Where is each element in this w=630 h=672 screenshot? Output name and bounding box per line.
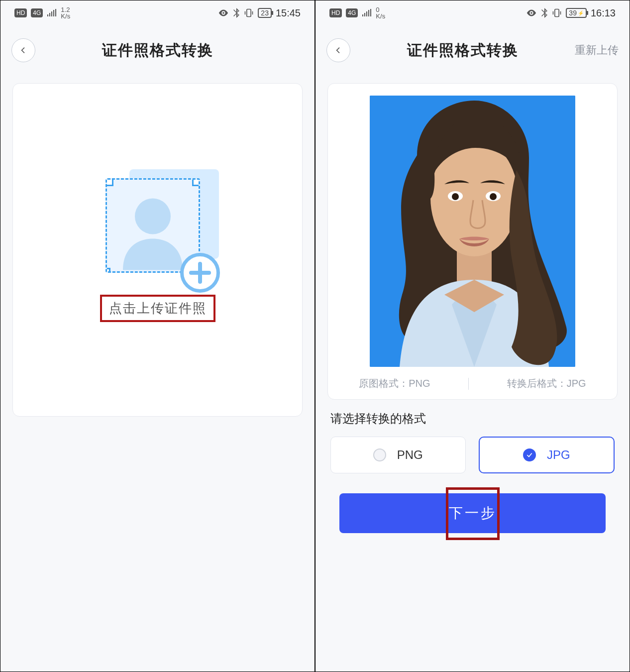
svg-point-11 [490,193,497,200]
phone-right: HD 4G 0 K/s [315,0,630,672]
page-title: 证件照格式转换 [35,40,280,61]
option-label: PNG [397,448,423,462]
src-format-label: 原图格式： [359,378,409,389]
svg-rect-1 [247,9,251,17]
status-bar: HD 4G 1.2 K/s [0,0,315,25]
network-icon: 4G [346,8,358,17]
clock: 15:45 [276,7,301,19]
svg-point-0 [223,12,225,14]
radio-checked-icon [523,448,536,461]
upload-card: 点击上传证件照 [12,83,303,417]
radio-unchecked-icon [373,448,386,461]
selector-title: 请选择转换的格式 [330,411,615,427]
hd-icon: HD [14,8,27,17]
signal-icon [47,9,57,17]
plus-icon [180,253,220,293]
charging-icon: ⚡ [578,10,584,16]
option-jpg[interactable]: JPG [479,437,615,473]
option-png[interactable]: PNG [330,437,466,473]
back-button[interactable] [11,38,35,62]
vibrate-icon [552,8,562,18]
hd-icon: HD [329,8,342,17]
id-photo-preview [370,96,575,367]
page-title: 证件照格式转换 [350,40,575,61]
svg-rect-4 [555,9,559,17]
header: 证件照格式转换 [0,25,315,75]
battery-icon: 39⚡ [566,8,587,18]
svg-point-2 [135,198,171,234]
reupload-button[interactable]: 重新上传 [575,43,619,58]
format-selector: 请选择转换的格式 PNG JPG [315,411,630,473]
vibrate-icon [244,8,254,18]
dst-format-label: 转换后格式： [507,378,567,389]
bluetooth-icon [233,8,240,18]
phone-left: HD 4G 1.2 K/s [0,0,315,672]
network-icon: 4G [31,8,43,17]
eye-icon [218,7,229,18]
format-info: 原图格式：PNG 转换后格式：JPG [340,377,605,390]
upload-zone[interactable]: 点击上传证件照 [100,178,215,322]
dst-format-value: JPG [567,378,586,389]
clock: 16:13 [591,7,616,19]
next-button[interactable]: 下一步 [339,493,606,533]
eye-icon [526,7,537,18]
header: 证件照格式转换 重新上传 [315,25,630,75]
net-speed: 0 K/s [376,6,385,19]
signal-icon [362,9,372,17]
status-bar: HD 4G 0 K/s [315,0,630,25]
net-speed: 1.2 K/s [61,6,70,19]
svg-point-9 [452,193,459,200]
src-format-value: PNG [409,378,430,389]
back-button[interactable] [326,38,350,62]
photo-card: 原图格式：PNG 转换后格式：JPG [327,83,618,400]
svg-point-3 [531,12,533,14]
bluetooth-icon [541,8,548,18]
option-label: JPG [547,448,570,462]
avatar-placeholder-icon [107,180,199,271]
upload-graphic [105,178,210,283]
upload-label: 点击上传证件照 [109,301,207,316]
battery-icon: 23 [258,8,272,18]
